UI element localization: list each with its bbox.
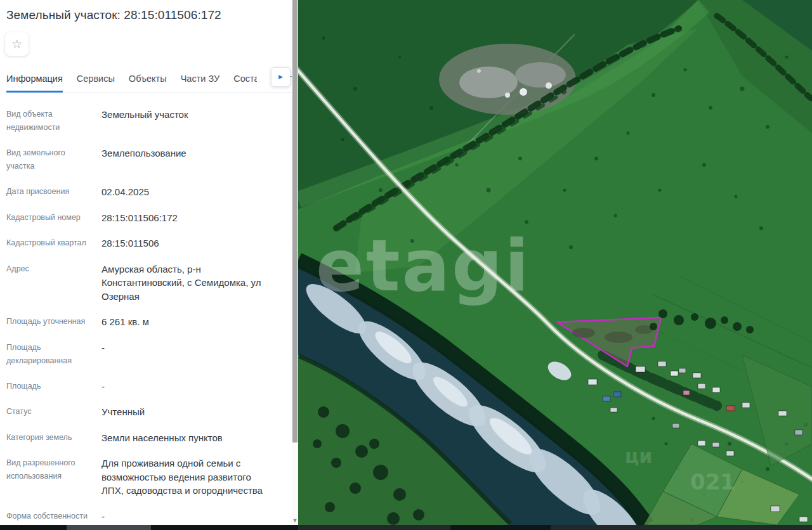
field-label: Форма собственности	[6, 510, 102, 524]
field-row: Форма собственности -	[6, 510, 292, 524]
field-row: Кадастровый номер 28:15:011506:172	[6, 211, 292, 225]
parcel-info-panel: Земельный участок: 28:15:011506:172 ☆ Ин…	[0, 0, 292, 525]
field-row: Вид объекта недвижимости Земельный участ…	[6, 108, 292, 134]
field-label: Кадастровый номер	[6, 211, 102, 225]
field-label: Площадь	[6, 380, 102, 394]
tab-objects[interactable]: Объекты	[129, 70, 167, 93]
field-label: Адрес	[6, 262, 102, 304]
field-label: Кадастровый квартал	[6, 236, 102, 250]
field-row: Категория земель Земли населенных пункто…	[6, 431, 292, 445]
field-value: Учтенный	[102, 405, 268, 419]
field-label: Площадь уточненная	[6, 315, 102, 329]
field-value: 02.04.2025	[102, 185, 268, 199]
field-label: Дата присвоения	[6, 185, 102, 199]
map-canvas[interactable]: etagi ци 021	[298, 0, 812, 525]
field-label: Вид объекта недвижимости	[6, 108, 102, 134]
tab-composition[interactable]: Соста	[233, 70, 257, 93]
watermark-etagi: etagi	[316, 224, 531, 307]
field-value: -	[102, 380, 268, 394]
favorite-button[interactable]: ☆	[5, 32, 29, 56]
field-row: Статус Учтенный	[6, 405, 292, 419]
field-row: Дата присвоения 02.04.2025	[6, 185, 292, 199]
horizontal-scrollbar[interactable]	[0, 525, 812, 530]
field-label: Статус	[6, 405, 102, 419]
horizontal-scrollbar-segment	[551, 525, 812, 530]
tab-parcel-parts[interactable]: Части ЗУ	[181, 70, 220, 93]
vertical-scrollbar[interactable]: ▼	[292, 0, 298, 525]
field-value: Амурская область, р-н Константиновский, …	[102, 262, 268, 304]
field-row: Площадь декларированная -	[6, 341, 292, 368]
watermark-fragment-2: 021	[690, 469, 735, 494]
field-row: Площадь уточненная 6 261 кв. м	[6, 315, 292, 329]
watermark-fragment-1: ци	[625, 445, 652, 467]
vertical-scrollbar-thumb[interactable]	[292, 0, 298, 443]
field-label: Площадь декларированная	[6, 341, 102, 368]
field-value: Для проживания одной семьи с возможность…	[102, 456, 268, 498]
tab-bar: Информация Сервисы Объекты Части ЗУ Сост…	[0, 70, 292, 93]
field-row: Вид разрешенного использования Для прожи…	[6, 456, 292, 498]
field-value: Земельный участок	[102, 108, 268, 134]
scroll-down-icon[interactable]: ▼	[292, 517, 298, 524]
field-value: -	[102, 510, 268, 524]
tab-information[interactable]: Информация	[6, 70, 63, 93]
field-row: Адрес Амурская область, р-н Константинов…	[6, 262, 292, 304]
field-row: Вид земельного участка Землепользование	[6, 146, 292, 173]
chevron-right-icon: ▶	[278, 74, 283, 80]
field-row: Кадастровый квартал 28:15:011506	[6, 236, 292, 250]
field-list: Вид объекта недвижимости Земельный участ…	[0, 93, 292, 523]
tab-services[interactable]: Сервисы	[77, 70, 115, 93]
page-title: Земельный участок: 28:15:011506:172	[6, 8, 283, 22]
field-value: -	[102, 341, 268, 368]
field-value: 6 261 кв. м	[102, 315, 268, 329]
field-label: Вид земельного участка	[6, 146, 102, 173]
marsh-patch	[439, 44, 576, 115]
field-label: Категория земель	[6, 431, 102, 445]
field-value: 28:15:011506:172	[102, 211, 268, 225]
horizontal-scrollbar-thumb[interactable]	[67, 525, 151, 530]
horizontal-scrollbar-segment	[298, 525, 450, 530]
field-label: Вид разрешенного использования	[6, 456, 102, 498]
star-icon: ☆	[11, 38, 22, 50]
field-value: Земли населенных пунктов	[102, 431, 268, 445]
field-value: Землепользование	[102, 146, 268, 173]
field-row: Площадь -	[6, 380, 292, 394]
tabs-scroll-next-button[interactable]: ▶	[271, 67, 291, 87]
field-value: 28:15:011506	[102, 236, 268, 250]
